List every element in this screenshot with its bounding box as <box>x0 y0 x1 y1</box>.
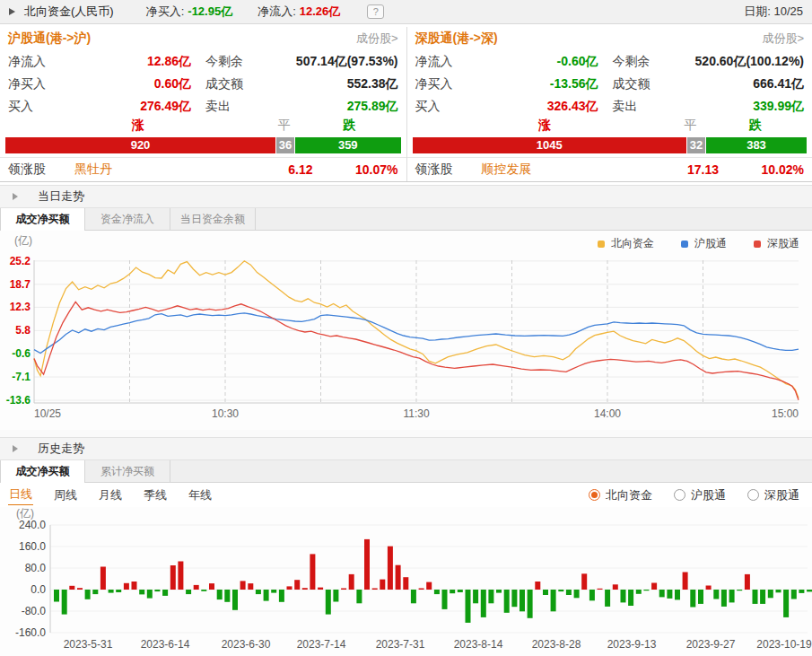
svg-text:2023-5-31: 2023-5-31 <box>64 638 113 651</box>
row-value: 507.14亿(97.53%) <box>261 54 398 70</box>
row-value: 552.38亿 <box>261 76 398 92</box>
period-quarterly[interactable]: 季线 <box>143 485 168 505</box>
radio-north-capital[interactable]: 北向资金 <box>589 487 652 503</box>
advance-decline-bar: 920 36 359 <box>5 137 401 153</box>
legend-item[interactable]: 沪股通 <box>681 236 727 251</box>
constituents-link[interactable]: 成份股> <box>356 31 398 47</box>
row-label: 成交额 <box>205 76 261 92</box>
leader-row: 领涨股 顺控发展 17.13 10.02% <box>407 157 812 180</box>
leader-label: 领涨股 <box>8 162 64 178</box>
row-label: 今剩余 <box>205 54 261 70</box>
panel-hgt: 沪股通(港->沪) 成份股> 净流入 12.86亿 今剩余 507.14亿(97… <box>0 27 406 181</box>
legend-item[interactable]: 北向资金 <box>598 236 654 251</box>
date-value: 10/25 <box>773 4 803 18</box>
row-value: -13.56亿 <box>471 76 598 92</box>
data-row: 净流入 12.86亿 今剩余 507.14亿(97.53%) <box>0 50 406 73</box>
svg-text:2023-9-27: 2023-9-27 <box>686 638 736 651</box>
expand-arrow-icon[interactable] <box>9 8 15 15</box>
svg-text:2023-7-31: 2023-7-31 <box>376 638 425 651</box>
flat-label: 平 <box>278 118 291 134</box>
net-buy-label: 净买入: <box>146 4 185 20</box>
leader-price: 6.12 <box>214 162 313 177</box>
decliners-segment: 383 <box>706 137 807 153</box>
radio-sh-connect[interactable]: 沪股通 <box>674 487 726 503</box>
down-label: 跌 <box>749 118 762 134</box>
row-value: 275.89亿 <box>261 99 398 115</box>
connect-panels: 沪股通(港->沪) 成份股> 净流入 12.86亿 今剩余 507.14亿(97… <box>0 24 812 182</box>
data-row: 净买入 0.60亿 成交额 552.38亿 <box>0 73 406 95</box>
leader-stock-link[interactable]: 黑牡丹 <box>74 162 112 178</box>
panel-title: 沪股通(港->沪) <box>8 31 91 47</box>
row-label: 净流入 <box>415 54 471 70</box>
constituents-link[interactable]: 成份股> <box>762 31 804 47</box>
series-radio-group: 北向资金沪股通深股通 <box>589 487 799 503</box>
history-bar-chart: 240.0160.080.00.0-80.0-160.0(亿)2023-5-31… <box>0 507 812 656</box>
flat-label: 平 <box>685 118 697 134</box>
svg-text:-0.6: -0.6 <box>12 347 31 360</box>
svg-text:0.0: 0.0 <box>31 583 46 596</box>
svg-text:2023-10-19: 2023-10-19 <box>756 638 812 651</box>
svg-text:14:00: 14:00 <box>594 407 621 420</box>
period-yearly[interactable]: 年线 <box>188 485 213 505</box>
leader-stock-link[interactable]: 顺控发展 <box>482 162 532 178</box>
flat-segment: 36 <box>276 137 294 153</box>
collapse-arrow-icon[interactable] <box>13 193 18 200</box>
svg-text:-7.1: -7.1 <box>12 371 31 383</box>
svg-text:-13.6: -13.6 <box>6 394 31 407</box>
svg-text:2023-6-30: 2023-6-30 <box>222 638 271 651</box>
legend-item[interactable]: 深股通 <box>754 236 799 251</box>
period-monthly[interactable]: 月线 <box>98 485 123 505</box>
row-value: 520.60亿(100.12%) <box>668 54 805 70</box>
row-value: 12.86亿 <box>64 54 191 70</box>
tab-net-buy[interactable]: 成交净买额 <box>0 208 85 231</box>
row-label: 成交额 <box>613 76 668 92</box>
svg-text:2023-6-14: 2023-6-14 <box>141 638 190 651</box>
intraday-line-chart: 25.218.712.35.8-0.6-7.1-13.6(亿)10/2510:3… <box>0 231 812 430</box>
data-row: 买入 276.49亿 卖出 275.89亿 <box>0 95 406 118</box>
help-icon[interactable]: ? <box>367 4 384 19</box>
svg-text:12.3: 12.3 <box>10 301 31 313</box>
row-value: -0.60亿 <box>471 54 598 70</box>
tab-balance[interactable]: 当日资金余额 <box>170 208 256 230</box>
row-value: 276.49亿 <box>64 99 191 115</box>
svg-text:80.0: 80.0 <box>25 562 47 574</box>
row-label: 净买入 <box>415 76 471 92</box>
svg-text:5.8: 5.8 <box>15 324 31 337</box>
up-label: 涨 <box>538 118 551 134</box>
tab-net-inflow[interactable]: 资金净流入 <box>85 208 170 230</box>
net-inflow-label: 净流入: <box>258 4 296 20</box>
svg-text:2023-9-13: 2023-9-13 <box>607 638 657 651</box>
row-label: 净流入 <box>8 54 64 70</box>
intraday-legend: 北向资金沪股通深股通 <box>598 236 799 251</box>
period-weekly[interactable]: 周线 <box>53 485 78 505</box>
row-label: 买入 <box>415 99 471 115</box>
section-title: 历史走势 <box>38 441 84 457</box>
leader-pct: 10.07% <box>313 162 398 177</box>
advancers-segment: 1045 <box>413 137 687 153</box>
radio-sz-connect[interactable]: 深股通 <box>747 487 799 503</box>
svg-text:18.7: 18.7 <box>10 278 31 291</box>
date-display: 日期: 10/25 <box>744 4 803 20</box>
radio-icon <box>589 489 600 501</box>
svg-text:11:30: 11:30 <box>403 407 429 420</box>
row-label: 净买入 <box>8 76 64 92</box>
radio-icon <box>747 489 759 501</box>
decliners-segment: 359 <box>295 137 400 153</box>
legend-swatch-icon <box>754 241 761 248</box>
intraday-chart: 北向资金沪股通深股通 25.218.712.35.8-0.6-7.1-13.6(… <box>0 231 812 430</box>
row-value: 666.41亿 <box>668 76 805 92</box>
row-value: 339.99亿 <box>668 99 805 115</box>
panel-title: 深股通(港->深) <box>415 31 498 47</box>
radio-icon <box>674 489 685 501</box>
advance-decline-bar: 1045 32 383 <box>413 137 808 153</box>
tab-history-net-buy[interactable]: 成交净买额 <box>0 460 85 483</box>
history-chart: 240.0160.080.00.0-80.0-160.0(亿)2023-5-31… <box>0 507 812 656</box>
net-buy-value: -12.95亿 <box>188 4 232 20</box>
intraday-section-header: 当日走势 <box>0 185 812 208</box>
advancers-segment: 920 <box>5 137 275 153</box>
page-title: 北向资金(人民币) <box>24 4 114 20</box>
tab-history-cumulative[interactable]: 累计净买额 <box>85 460 170 482</box>
svg-text:2023-8-14: 2023-8-14 <box>454 638 503 651</box>
period-daily[interactable]: 日线 <box>8 485 33 505</box>
collapse-arrow-icon[interactable] <box>13 445 18 452</box>
